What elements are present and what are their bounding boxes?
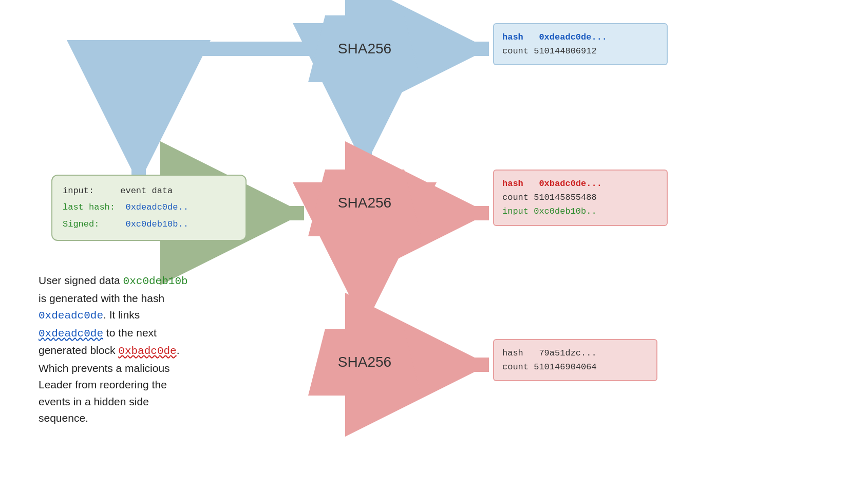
input-box: input: event data last hash: 0xdeadc0de.… [51, 175, 247, 241]
annotation-text-8: Leader from reordering the [39, 379, 167, 390]
input-line-3: Signed: 0xc0deb10b.. [63, 216, 235, 233]
input-line-2: last hash: 0xdeadc0de.. [63, 199, 235, 216]
out3-count: count 510146904064 [502, 360, 648, 374]
sha-label-2: SHA256 [338, 195, 391, 211]
input-value-1: event data [120, 186, 173, 196]
annotation-text-6: . [177, 344, 180, 356]
out2-count-value: 510145855488 [534, 193, 596, 202]
input-label-2: last hash: [63, 202, 115, 212]
out1-count-value: 510144806912 [534, 46, 596, 56]
input-label-3: Signed: [63, 219, 115, 229]
sha-box-1: SHA256 [308, 15, 421, 82]
out2-input-label: input [502, 207, 529, 216]
out2-input: input 0xc0deb10b.. [502, 204, 658, 218]
sha-label-3: SHA256 [338, 354, 391, 370]
annotation-signed-value: 0xc0deb10b [123, 275, 188, 287]
out1-count-label: count [502, 46, 529, 56]
sha-box-3: SHA256 [308, 329, 421, 396]
annotation-text-10: sequence. [39, 412, 88, 424]
out3-count-value: 510146904064 [534, 362, 596, 372]
annotation-text-4: to the next [103, 327, 157, 339]
input-value-3: 0xc0deb10b.. [120, 219, 188, 229]
diagram-container: SHA256 SHA256 SHA256 hash 0xdeadc0de... … [0, 0, 868, 488]
input-value-2: 0xdeadc0de.. [120, 202, 188, 212]
input-label-1: input: [63, 186, 115, 196]
annotation-text-5: generated block [39, 344, 118, 356]
input-line-1: input: event data [63, 183, 235, 199]
out3-hash-value: 79a51dzc... [529, 348, 597, 358]
out2-count-label: count [502, 193, 529, 202]
out1-count: count 510144806912 [502, 44, 658, 58]
sha-trapezoid-3: SHA256 [308, 329, 421, 396]
annotation-hash-3: 0xbadc0de [118, 345, 176, 357]
out3-hash-label: hash [502, 348, 523, 358]
out2-hash-label: hash [502, 179, 523, 189]
out2-hash: hash 0xbadc0de... [502, 177, 658, 191]
out1-hash-value: 0xdeadc0de... [529, 32, 607, 42]
out2-input-value: 0xc0deb10b.. [534, 207, 596, 216]
output-box-3: hash 79a51dzc... count 510146904064 [493, 339, 657, 381]
out1-hash: hash 0xdeadc0de... [502, 30, 658, 44]
sha-trapezoid-1: SHA256 [308, 15, 421, 82]
annotation-text-1: User signed data [39, 274, 123, 286]
out2-count: count 510145855488 [502, 191, 658, 204]
annotation-hash-1: 0xdeadc0de [39, 310, 103, 322]
output-box-1: hash 0xdeadc0de... count 510144806912 [493, 23, 668, 65]
output-box-2: hash 0xbadc0de... count 510145855488 inp… [493, 170, 668, 226]
sha-trapezoid-2: SHA256 [308, 170, 421, 236]
out2-hash-value: 0xbadc0de... [529, 179, 602, 189]
annotation-text-7: Which prevents a malicious [39, 362, 170, 374]
annotation-text-3: . It links [103, 309, 140, 321]
sha-box-2: SHA256 [308, 170, 421, 236]
sha-label-1: SHA256 [338, 41, 391, 57]
out3-hash: hash 79a51dzc... [502, 346, 648, 360]
out3-count-label: count [502, 362, 529, 372]
annotation-block: User signed data 0xc0deb10b is generated… [39, 272, 285, 427]
annotation-text-9: events in a hidden side [39, 396, 149, 407]
annotation-text-2: is generated with the hash [39, 292, 164, 304]
annotation-hash-2: 0xdeadc0de [39, 328, 103, 340]
out1-hash-label: hash [502, 32, 523, 42]
